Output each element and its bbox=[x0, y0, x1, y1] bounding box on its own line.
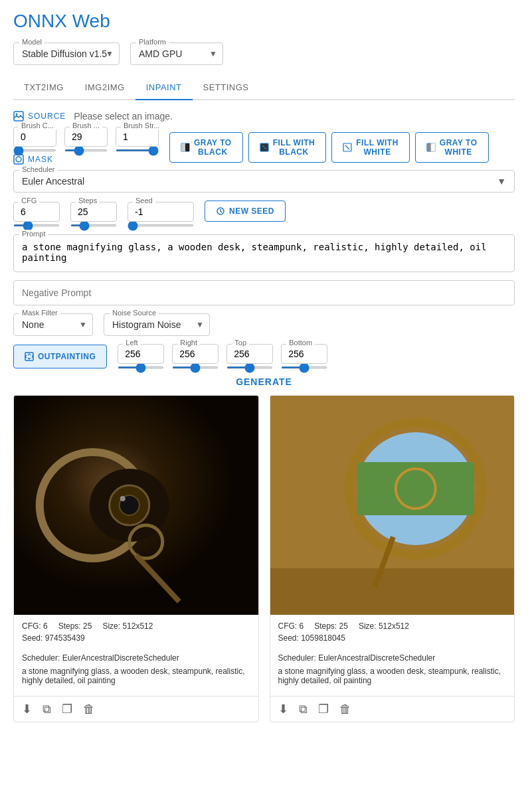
gray-to-white-icon bbox=[426, 143, 436, 152]
result1-size: Size: 512x512 bbox=[102, 621, 153, 631]
svg-rect-5 bbox=[181, 143, 185, 151]
top-slider[interactable] bbox=[226, 366, 273, 368]
svg-rect-25 bbox=[270, 568, 515, 615]
noise-source-label: Noise Source bbox=[110, 309, 159, 317]
svg-rect-2 bbox=[14, 155, 23, 164]
use-icon: ❐ bbox=[62, 702, 72, 716]
negative-prompt-wrapper bbox=[13, 280, 515, 305]
new-seed-icon bbox=[216, 206, 225, 216]
new-seed-label: NEW SEED bbox=[229, 206, 274, 216]
result-card-2: CFG: 6 Steps: 25 Size: 512x512 Seed: 105… bbox=[270, 395, 515, 722]
platform-label: Platform bbox=[136, 38, 169, 46]
mask-filter-selector[interactable]: Mask Filter None ▼ bbox=[13, 313, 93, 336]
gray-to-black-button[interactable]: GRAY TOBLACK bbox=[169, 132, 243, 163]
new-seed-button[interactable]: NEW SEED bbox=[205, 201, 286, 222]
brush-size-slider[interactable] bbox=[64, 149, 108, 151]
fill-with-black-button[interactable]: FILL WITHBLACK bbox=[248, 132, 327, 163]
brush-size-label: Brush ... bbox=[70, 122, 102, 129]
gray-to-white-button[interactable]: GRAY TOWHITE bbox=[415, 132, 489, 163]
brush-color-slider[interactable] bbox=[13, 149, 56, 151]
steps-input[interactable] bbox=[70, 202, 117, 222]
seed-slider[interactable] bbox=[128, 224, 194, 226]
mask-text: MASK bbox=[28, 155, 53, 164]
result2-use-button[interactable]: ❐ bbox=[318, 702, 329, 716]
brush-strength-input[interactable] bbox=[116, 127, 159, 147]
scheduler-wrapper[interactable]: Scheduler Euler Ancestral ▼ bbox=[13, 170, 515, 193]
seed-input[interactable] bbox=[128, 202, 194, 222]
model-selector[interactable]: Model Stable Diffusion v1.5 ▼ bbox=[13, 42, 120, 65]
result1-cfg: CFG: 6 bbox=[22, 621, 48, 631]
tab-txt2img[interactable]: TXT2IMG bbox=[13, 76, 74, 100]
outpainting-left-input[interactable] bbox=[118, 344, 164, 364]
result1-seed: Seed: 974535439 bbox=[22, 633, 85, 643]
result1-download-button[interactable]: ⬇ bbox=[22, 702, 32, 716]
right-slider[interactable] bbox=[172, 366, 219, 368]
result2-size: Size: 512x512 bbox=[359, 621, 409, 631]
result2-delete-button[interactable]: 🗑 bbox=[339, 702, 351, 716]
results-grid: CFG: 6 Steps: 25 Size: 512x512 Seed: 974… bbox=[13, 395, 515, 722]
delete-icon: 🗑 bbox=[83, 702, 95, 716]
mask-noise-row: Mask Filter None ▼ Noise Source Histogra… bbox=[13, 313, 515, 336]
bottom-slider[interactable] bbox=[281, 366, 327, 368]
brush-size-input[interactable] bbox=[64, 127, 108, 147]
brush-color-label: Brush C... bbox=[19, 122, 56, 129]
download-icon: ⬇ bbox=[22, 702, 32, 716]
copy2-icon: ⧉ bbox=[299, 702, 308, 716]
negative-prompt-input[interactable] bbox=[14, 281, 514, 305]
mask-filter-chevron-icon: ▼ bbox=[79, 320, 87, 329]
result-image-1 bbox=[14, 396, 258, 615]
mask-label: MASK bbox=[13, 154, 159, 165]
source-label: SOURCE bbox=[13, 111, 66, 122]
result1-steps: Steps: 25 bbox=[58, 621, 92, 631]
prompt-wrapper: Prompt a stone magnifying glass, a woode… bbox=[13, 234, 515, 272]
result-meta-1: CFG: 6 Steps: 25 Size: 512x512 Seed: 974… bbox=[14, 615, 258, 696]
cfg-input[interactable] bbox=[13, 202, 60, 222]
platform-chevron-icon: ▼ bbox=[209, 49, 217, 58]
result-image-2 bbox=[270, 396, 515, 615]
outpainting-label: OUTPAINTING bbox=[38, 352, 96, 361]
noise-source-value: Histogram Noise bbox=[112, 319, 181, 330]
result2-copy-button[interactable]: ⧉ bbox=[299, 702, 308, 716]
fill-with-white-button[interactable]: FILL WITHWHITE bbox=[331, 132, 410, 163]
noise-source-selector[interactable]: Noise Source Histogram Noise ▼ bbox=[104, 313, 210, 336]
result2-steps: Steps: 25 bbox=[314, 621, 348, 631]
cfg-slider[interactable] bbox=[13, 224, 60, 226]
tab-bar: TXT2IMG IMG2IMG INPAINT SETTINGS bbox=[13, 76, 515, 100]
generate-button[interactable]: GENERATE bbox=[236, 376, 292, 387]
gray-to-black-icon bbox=[181, 143, 190, 152]
model-value: Stable Diffusion v1.5 bbox=[22, 48, 107, 59]
result-card-1: CFG: 6 Steps: 25 Size: 512x512 Seed: 974… bbox=[13, 395, 259, 722]
brush-strength-label: Brush Str... bbox=[121, 122, 162, 129]
prompt-label: Prompt bbox=[19, 230, 48, 238]
steps-slider[interactable] bbox=[70, 224, 117, 226]
svg-rect-13 bbox=[431, 143, 435, 151]
platform-selector[interactable]: Platform AMD GPU ▼ bbox=[130, 42, 223, 65]
bottom-label: Bottom bbox=[286, 339, 315, 347]
outpainting-bottom-input[interactable] bbox=[281, 344, 327, 364]
result1-use-button[interactable]: ❐ bbox=[62, 702, 72, 716]
result2-download-button[interactable]: ⬇ bbox=[278, 702, 288, 716]
outpainting-top-input[interactable] bbox=[226, 344, 273, 364]
right-label: Right bbox=[177, 339, 200, 347]
gray-to-black-label: GRAY TOBLACK bbox=[194, 138, 232, 157]
left-label: Left bbox=[123, 339, 140, 347]
tab-inpaint[interactable]: INPAINT bbox=[135, 76, 193, 100]
outpainting-right-input[interactable] bbox=[172, 344, 219, 364]
gray-to-white-label: GRAY TOWHITE bbox=[440, 138, 478, 157]
result1-prompt: a stone magnifying glass, a wooden desk,… bbox=[22, 667, 250, 685]
result2-cfg: CFG: 6 bbox=[278, 621, 304, 631]
outpainting-button[interactable]: OUTPAINTING bbox=[13, 345, 107, 368]
tab-img2img[interactable]: IMG2IMG bbox=[74, 76, 135, 100]
app-title: ONNX Web bbox=[13, 11, 515, 32]
tab-settings[interactable]: SETTINGS bbox=[193, 76, 260, 100]
result1-delete-button[interactable]: 🗑 bbox=[83, 702, 95, 716]
result1-copy-button[interactable]: ⧉ bbox=[43, 702, 51, 716]
use2-icon: ❐ bbox=[318, 702, 329, 716]
left-slider[interactable] bbox=[118, 366, 164, 368]
source-row: SOURCE Please select an image. bbox=[13, 111, 515, 122]
source-hint: Please select an image. bbox=[74, 111, 173, 122]
svg-rect-12 bbox=[427, 143, 431, 151]
brush-strength-slider[interactable] bbox=[116, 149, 159, 151]
prompt-input[interactable]: a stone magnifying glass, a wooden desk,… bbox=[14, 235, 514, 270]
brush-color-input[interactable] bbox=[13, 127, 56, 147]
